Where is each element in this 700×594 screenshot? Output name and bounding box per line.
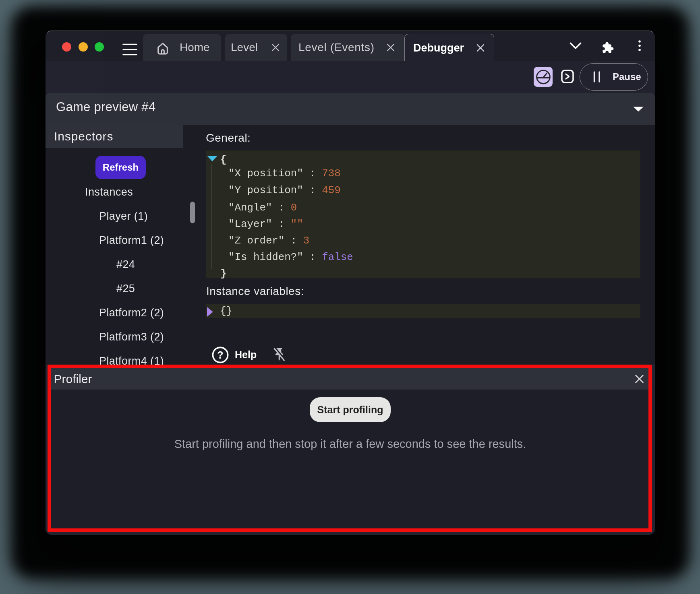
svg-text:?: ? [217, 349, 223, 361]
